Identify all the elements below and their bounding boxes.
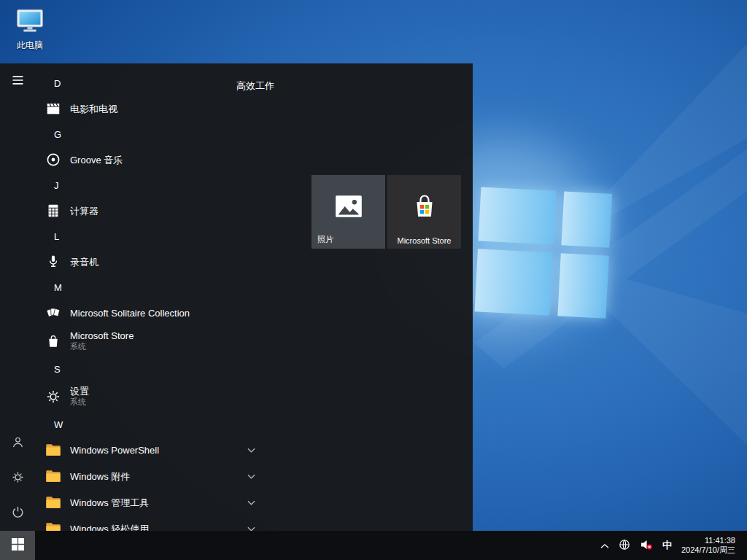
app-list: D电影和电视GGroove 音乐J计算器L录音机MMicrosoft Solit… — [35, 63, 263, 531]
desktop-icon-this-pc[interactable]: 此电脑 — [9, 7, 51, 52]
app-list-item[interactable]: Microsoft Solitaire Collection — [35, 300, 263, 326]
settings-icon — [44, 387, 63, 406]
chevron-down-icon[interactable] — [247, 500, 255, 505]
app-item-label: Windows 附件 — [70, 471, 130, 482]
solitaire-icon — [44, 303, 63, 322]
settings-rail-button[interactable] — [0, 461, 35, 496]
app-list-item[interactable]: 计算器 — [35, 198, 263, 224]
this-pc-icon — [15, 7, 45, 38]
app-section-letter[interactable]: S — [35, 357, 263, 381]
power-button[interactable] — [0, 496, 35, 531]
folder-icon — [44, 440, 63, 459]
voice-recorder-icon — [44, 252, 63, 271]
app-list-item[interactable]: Windows 附件 — [35, 463, 263, 489]
calculator-icon — [44, 201, 63, 220]
app-item-label: 录音机 — [70, 257, 98, 268]
hamburger-icon — [12, 75, 24, 88]
store-icon — [44, 332, 63, 351]
ime-label: 中 — [662, 539, 672, 552]
folder-icon — [44, 467, 63, 486]
app-item-label: Groove 音乐 — [70, 155, 123, 166]
store-bag-icon — [387, 191, 461, 223]
clock-date: 2024/7/10/周三 — [681, 545, 735, 555]
app-list-item[interactable]: Groove 音乐 — [35, 147, 263, 173]
tile-label: 照片 — [317, 234, 382, 245]
start-button[interactable] — [0, 531, 35, 560]
app-list-item[interactable]: 电影和电视 — [35, 96, 263, 122]
volume-muted-icon — [640, 539, 653, 553]
folder-icon — [44, 519, 63, 531]
app-section-letter[interactable]: D — [35, 71, 263, 96]
chevron-down-icon[interactable] — [247, 474, 255, 479]
app-item-label: Microsoft Store — [70, 330, 133, 341]
app-item-label: 计算器 — [70, 206, 98, 217]
app-list-item[interactable]: Windows 轻松使用 — [35, 516, 263, 531]
app-list-item[interactable]: 设置系统 — [35, 381, 263, 412]
taskbar: 中 11:41:38 2024/7/10/周三 — [0, 531, 747, 560]
app-item-label: 电影和电视 — [70, 104, 117, 114]
app-item-label: Windows PowerShell — [70, 445, 159, 456]
app-list-item[interactable]: Microsoft Store系统 — [35, 326, 263, 357]
user-account-button[interactable] — [0, 426, 35, 461]
app-item-label: Microsoft Solitaire Collection — [70, 308, 190, 319]
photos-icon — [311, 191, 385, 222]
clock-time: 11:41:38 — [681, 536, 735, 545]
folder-icon — [44, 493, 63, 512]
gear-icon — [11, 470, 25, 486]
app-item-label: 设置 — [70, 386, 89, 397]
tile-label: Microsoft Store — [387, 236, 461, 245]
desktop: 此电脑 — [0, 0, 747, 560]
windows-logo-icon — [12, 538, 24, 553]
system-tray: 中 11:41:38 2024/7/10/周三 — [600, 531, 747, 560]
power-icon — [11, 505, 25, 521]
volume-tray-button[interactable] — [640, 531, 653, 560]
app-section-letter[interactable]: J — [35, 173, 263, 198]
network-tray-button[interactable] — [619, 531, 630, 560]
app-section-letter[interactable]: L — [35, 224, 263, 249]
tile-group-header[interactable]: 高效工作 — [236, 79, 274, 93]
app-list-item[interactable]: Windows PowerShell — [35, 437, 263, 463]
app-item-sublabel: 系统 — [70, 341, 133, 352]
desktop-icon-label: 此电脑 — [17, 39, 43, 52]
app-item-sublabel: 系统 — [70, 397, 89, 408]
ime-indicator[interactable]: 中 — [662, 531, 672, 560]
start-menu-rail — [0, 63, 35, 531]
tray-overflow-button[interactable] — [600, 531, 609, 560]
movies-tv-icon — [44, 99, 63, 118]
hamburger-menu-button[interactable] — [0, 63, 35, 98]
network-globe-icon — [619, 539, 630, 553]
app-item-label: Windows 轻松使用 — [70, 524, 149, 532]
app-section-letter[interactable]: W — [35, 412, 263, 437]
rail-bottom — [0, 426, 35, 531]
app-section-letter[interactable]: M — [35, 275, 263, 300]
taskbar-clock[interactable]: 11:41:38 2024/7/10/周三 — [681, 536, 735, 555]
tile-microsoft-store[interactable]: Microsoft Store — [387, 175, 461, 249]
app-section-letter[interactable]: G — [35, 122, 263, 147]
tile-photos[interactable]: 照片 — [311, 175, 385, 249]
app-item-label: Windows 管理工具 — [70, 497, 149, 508]
user-icon — [11, 435, 25, 451]
chevron-up-icon — [600, 540, 609, 551]
groove-music-icon — [44, 150, 63, 169]
app-list-item[interactable]: Windows 管理工具 — [35, 489, 263, 516]
start-menu: D电影和电视GGroove 音乐J计算器L录音机MMicrosoft Solit… — [0, 63, 473, 531]
chevron-down-icon[interactable] — [247, 448, 255, 453]
app-list-item[interactable]: 录音机 — [35, 249, 263, 275]
